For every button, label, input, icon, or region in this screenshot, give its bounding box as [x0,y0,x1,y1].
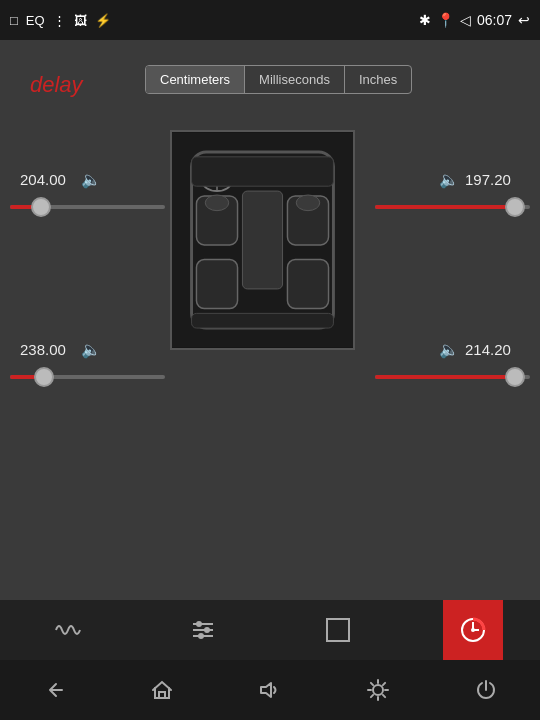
nav-home-btn[interactable] [132,660,192,720]
speaker-tr: 🔈 197.20 [439,170,520,189]
svg-point-4 [205,195,228,211]
unit-inches[interactable]: Inches [345,66,411,93]
slider-track-tl [10,205,165,209]
svg-rect-25 [159,692,165,698]
slider-top-left[interactable] [10,205,165,209]
speaker-icon-bl: 🔈 [81,340,101,359]
slider-track-br [375,375,530,379]
speaker-br: 🔈 214.20 [439,340,520,359]
bottom-toolbar [0,600,540,660]
car-image [170,130,355,350]
nav-bar [0,660,540,720]
nav-volume-btn[interactable] [240,660,300,720]
speaker-bl: 238.00 🔈 [20,340,101,359]
unit-milliseconds[interactable]: Milliseconds [245,66,345,93]
svg-line-35 [383,683,385,685]
svg-line-33 [383,695,385,697]
svg-marker-26 [261,683,271,697]
svg-point-18 [204,627,210,633]
slider-thumb-br[interactable] [505,367,525,387]
unit-centimeters[interactable]: Centimeters [146,66,245,93]
bluetooth-icon: ✱ [419,12,431,28]
toolbar-eq-btn[interactable] [173,600,233,660]
svg-point-17 [196,621,202,627]
media-icon: 🖼 [74,13,87,28]
location-icon: 📍 [437,12,454,28]
speaker-icon-tr: 🔈 [439,170,459,189]
speaker-icon-br: 🔈 [439,340,459,359]
value-tl: 204.00 [20,171,75,188]
svg-rect-12 [192,157,334,186]
slider-track-bl [10,375,165,379]
svg-rect-13 [192,313,334,328]
eq-label: EQ [26,13,45,28]
delay-label: delay [30,72,83,98]
nav-brightness-btn[interactable] [348,660,408,720]
svg-point-27 [373,685,383,695]
nav-power-btn[interactable] [456,660,516,720]
slider-fill-tr [375,205,515,209]
slider-track-tr [375,205,530,209]
slider-thumb-bl[interactable] [34,367,54,387]
back-arrow-icon: ↩ [518,12,530,28]
unit-toggle: Centimeters Milliseconds Inches [145,65,412,94]
status-left: □ EQ ⋮ 🖼 ⚡ [10,13,111,28]
slider-bottom-left[interactable] [10,375,165,379]
status-bar: □ EQ ⋮ 🖼 ⚡ ✱ 📍 ◁ 06:07 ↩ [0,0,540,40]
signal-icon: ◁ [460,12,471,28]
toolbar-clock-btn[interactable] [443,600,503,660]
svg-rect-2 [242,191,282,289]
slider-thumb-tr[interactable] [505,197,525,217]
svg-line-32 [371,683,373,685]
slider-fill-br [375,375,515,379]
status-right: ✱ 📍 ◁ 06:07 ↩ [419,12,530,28]
svg-rect-7 [196,260,237,309]
value-bl: 238.00 [20,341,75,358]
svg-rect-20 [327,619,349,641]
slider-thumb-tl[interactable] [31,197,51,217]
svg-line-34 [371,695,373,697]
more-icon: ⋮ [53,13,66,28]
speaker-icon-tl: 🔈 [81,170,101,189]
svg-point-6 [296,195,319,211]
toolbar-expand-btn[interactable] [308,600,368,660]
slider-top-right[interactable] [375,205,530,209]
window-icon: □ [10,13,18,28]
main-content: delay Centimeters Milliseconds Inches 20… [0,40,540,600]
svg-point-19 [198,633,204,639]
svg-rect-8 [287,260,328,309]
time-display: 06:07 [477,12,512,28]
toolbar-wave-btn[interactable] [38,600,98,660]
value-br: 214.20 [465,341,520,358]
value-tr: 197.20 [465,171,520,188]
slider-bottom-right[interactable] [375,375,530,379]
speaker-tl: 204.00 🔈 [20,170,101,189]
usb-icon: ⚡ [95,13,111,28]
nav-back-btn[interactable] [24,660,84,720]
